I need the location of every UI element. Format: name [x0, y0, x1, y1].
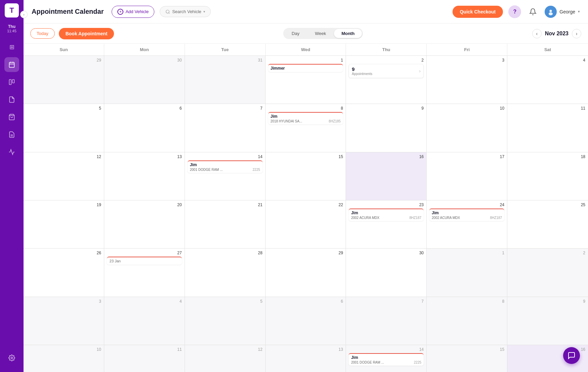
appointment-card[interactable]: Jimmer	[268, 64, 343, 72]
sidebar-item-marketing[interactable]	[4, 145, 19, 159]
calendar-cell-4-4[interactable]: 30	[346, 249, 427, 296]
appointment-card[interactable]: Jim2002 ACURA MDX8HZ187	[349, 209, 424, 221]
sidebar-logo[interactable]: T	[5, 3, 19, 17]
calendar-cell-5-0[interactable]: 3	[24, 297, 104, 345]
calendar-cell-1-0[interactable]: 5	[24, 104, 104, 152]
cell-date-number: 6	[268, 299, 343, 304]
notification-button[interactable]	[526, 5, 539, 18]
calendar-cell-2-2[interactable]: 14Jim2001 DODGE RAM ...2225	[185, 152, 266, 200]
calendar-cell-6-4[interactable]: 14Jim2001 DODGE RAM ...2225	[346, 345, 427, 372]
help-button[interactable]: ?	[508, 5, 521, 18]
calendar-cell-2-4[interactable]: 16	[346, 152, 427, 200]
calendar-cell-6-2[interactable]: 12	[185, 345, 266, 372]
day-header-mon: Mon	[104, 44, 185, 55]
calendar-cell-1-5[interactable]: 10	[427, 104, 507, 152]
cell-date-number: 2	[510, 251, 585, 255]
sidebar-item-kanban[interactable]	[4, 75, 19, 89]
add-vehicle-button[interactable]: + Add Vehicle	[112, 6, 154, 18]
multi-day-card[interactable]: 23 Jan	[107, 257, 182, 265]
appointment-counter[interactable]: 9 Appointments ›	[349, 64, 424, 78]
cell-date-number: 11	[107, 347, 182, 352]
calendar-cell-5-4[interactable]: 7	[346, 297, 427, 345]
calendar-cell-0-5[interactable]: 3	[427, 56, 507, 104]
calendar-cell-2-1[interactable]: 13	[104, 152, 185, 200]
day-header-sat: Sat	[507, 44, 588, 55]
search-vehicle-button[interactable]: Search Vehicle ▾	[160, 6, 211, 17]
calendar-cell-3-6[interactable]: 25	[507, 200, 588, 248]
calendar-cell-1-1[interactable]: 6	[104, 104, 185, 152]
chat-icon	[567, 351, 576, 360]
calendar-cell-4-2[interactable]: 28	[185, 249, 266, 296]
calendar-cell-0-4[interactable]: 2 9 Appointments ›	[346, 56, 427, 104]
sidebar-item-grid[interactable]: ⊞	[4, 40, 19, 54]
appointment-card[interactable]: Jim2001 DODGE RAM ...2225	[349, 353, 424, 366]
chat-fab-button[interactable]	[563, 347, 580, 364]
calendar-cell-0-6[interactable]: 4	[507, 56, 588, 104]
topbar: Appointment Calendar + Add Vehicle Searc…	[24, 0, 588, 24]
cell-date-number: 11	[510, 106, 585, 111]
calendar-cell-5-2[interactable]: 5	[185, 297, 266, 345]
appointment-card[interactable]: Jim2002 ACURA MDX8HZ187	[429, 209, 504, 221]
calendar-cell-5-6[interactable]: 9	[507, 297, 588, 345]
calendar-cell-0-2[interactable]: 31	[185, 56, 266, 104]
calendar-cell-5-3[interactable]: 6	[266, 297, 346, 345]
calendar-cell-1-4[interactable]: 9	[346, 104, 427, 152]
appointment-detail: 2001 DODGE RAM ...2225	[190, 168, 260, 172]
appointment-card[interactable]: Jim2001 DODGE RAM ...2225	[188, 160, 263, 173]
today-button[interactable]: Today	[30, 28, 55, 39]
view-month-button[interactable]: Month	[334, 29, 362, 38]
calendar-cell-2-0[interactable]: 12	[24, 152, 104, 200]
sidebar-item-calendar[interactable]	[4, 57, 19, 72]
calendar-cell-6-5[interactable]: 15	[427, 345, 507, 372]
calendar-cell-3-1[interactable]: 20	[104, 200, 185, 248]
svg-point-14	[549, 12, 553, 15]
counter-number: 9	[352, 66, 372, 72]
cell-date-number: 26	[26, 251, 101, 255]
calendar-cell-1-2[interactable]: 7	[185, 104, 266, 152]
calendar-cell-4-6[interactable]: 2	[507, 249, 588, 296]
calendar-cell-4-0[interactable]: 26	[24, 249, 104, 296]
sidebar-toggle[interactable]: ›	[20, 11, 28, 18]
day-header-sun: Sun	[24, 44, 104, 55]
view-day-button[interactable]: Day	[284, 29, 307, 38]
calendar-cell-5-1[interactable]: 4	[104, 297, 185, 345]
user-section[interactable]: George ▾	[545, 6, 580, 18]
sidebar-item-reports[interactable]	[4, 127, 19, 142]
calendar-cell-2-3[interactable]: 15	[266, 152, 346, 200]
calendar-cell-3-3[interactable]: 22	[266, 200, 346, 248]
calendar-cell-3-0[interactable]: 19	[24, 200, 104, 248]
calendar-cell-1-6[interactable]: 11	[507, 104, 588, 152]
sidebar-item-documents[interactable]	[4, 92, 19, 107]
calendar-cell-1-3[interactable]: 8Jim2018 HYUNDAI SA...8HZ185	[266, 104, 346, 152]
calendar-cell-3-4[interactable]: 23Jim2002 ACURA MDX8HZ187	[346, 200, 427, 248]
calendar-cell-4-5[interactable]: 1	[427, 249, 507, 296]
calendar-cell-4-3[interactable]: 29	[266, 249, 346, 296]
next-month-button[interactable]: ›	[572, 29, 581, 38]
view-week-button[interactable]: Week	[308, 29, 334, 38]
calendar-cell-3-5[interactable]: 24Jim2002 ACURA MDX8HZ187	[427, 200, 507, 248]
cell-date-number: 5	[188, 299, 263, 304]
calendar-cell-6-0[interactable]: 10	[24, 345, 104, 372]
appointment-name: Jim	[351, 355, 421, 360]
calendar-cell-0-3[interactable]: 1Jimmer	[266, 56, 346, 104]
calendar-cell-4-1[interactable]: 2723 Jan	[104, 249, 185, 296]
calendar-cell-5-5[interactable]: 8	[427, 297, 507, 345]
calendar-week-3: 1920212223Jim2002 ACURA MDX8HZ18724Jim20…	[24, 200, 588, 249]
appointment-detail: 2001 DODGE RAM ...2225	[351, 361, 421, 364]
cell-date-number: 25	[510, 202, 585, 207]
cell-date-number: 5	[26, 106, 101, 111]
calendar-cell-0-0[interactable]: 29	[24, 56, 104, 104]
appointment-card[interactable]: Jim2018 HYUNDAI SA...8HZ185	[268, 112, 343, 124]
calendar-cell-3-2[interactable]: 21	[185, 200, 266, 248]
cell-date-number: 8	[268, 106, 343, 111]
prev-month-button[interactable]: ‹	[532, 29, 542, 38]
calendar-cell-2-5[interactable]: 17	[427, 152, 507, 200]
book-appointment-button[interactable]: Book Appointment	[59, 28, 114, 39]
sidebar-settings[interactable]	[4, 350, 19, 365]
quick-checkout-button[interactable]: Quick Checkout	[453, 6, 503, 18]
sidebar-item-inventory[interactable]	[4, 110, 19, 124]
calendar-cell-0-1[interactable]: 30	[104, 56, 185, 104]
calendar-cell-6-1[interactable]: 11	[104, 345, 185, 372]
calendar-cell-6-3[interactable]: 13	[266, 345, 346, 372]
calendar-cell-2-6[interactable]: 18	[507, 152, 588, 200]
